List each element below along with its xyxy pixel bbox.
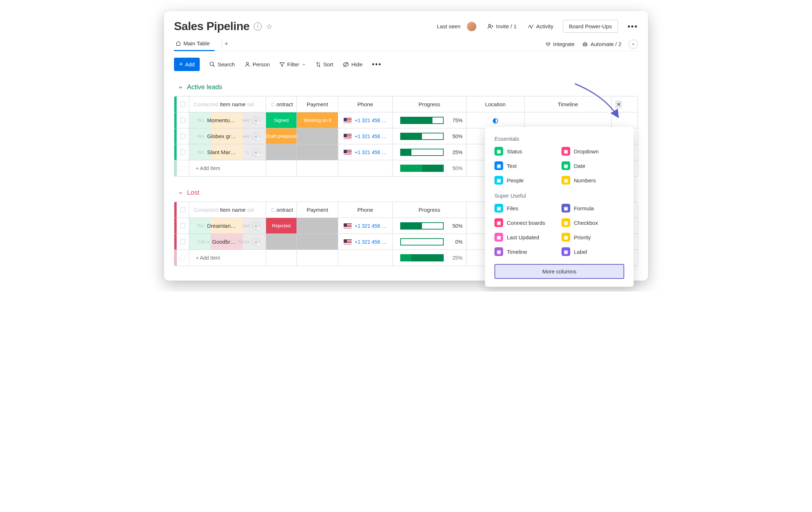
phone-number: +1 321 456 … [355, 149, 386, 155]
item-name-cell[interactable]: WoGlobex gr…ved+ [189, 128, 266, 144]
payment-cell[interactable]: Working on it [297, 112, 338, 128]
row-checkbox[interactable] [181, 223, 185, 228]
add-item-button[interactable]: + Add [174, 58, 200, 71]
col-payment[interactable]: Payment [297, 202, 338, 218]
payment-cell[interactable] [297, 128, 338, 144]
row-checkbox[interactable] [181, 133, 185, 139]
add-item-inline[interactable]: + Add Item [189, 250, 266, 266]
conversation-icon[interactable]: + [252, 222, 260, 230]
invite-button[interactable]: Invite / 1 [487, 23, 517, 30]
col-location[interactable]: Location [466, 96, 524, 112]
item-name-cell[interactable]: WoDreamlan…ved+ [189, 218, 266, 234]
col-progress[interactable]: Progress [392, 96, 466, 112]
phone-cell[interactable]: +1 321 456 … [338, 128, 392, 144]
board-menu-icon[interactable]: ••• [627, 22, 638, 31]
column-type-formula[interactable]: ▣Formula [562, 204, 624, 212]
search-button[interactable]: Search [209, 61, 235, 67]
column-type-connect-boards[interactable]: ▣Connect boards [494, 218, 557, 227]
more-columns-button[interactable]: More columns [494, 264, 624, 279]
column-type-last-updated[interactable]: ▣Last Updated [494, 233, 557, 241]
group-title[interactable]: Active leads [187, 83, 222, 91]
group-title[interactable]: Lost [187, 189, 199, 197]
info-icon[interactable]: i [254, 22, 262, 30]
hide-button[interactable]: Hide [343, 61, 362, 68]
col-item-name[interactable]: ContactedItem namesal [189, 202, 266, 218]
status-badge: Rejected [266, 218, 297, 234]
conversation-icon[interactable]: + [252, 238, 260, 246]
filter-button[interactable]: Filter [279, 61, 306, 67]
column-type-status[interactable]: ▣Status [494, 147, 557, 156]
activity-button[interactable]: Activity [527, 23, 554, 30]
chevron-down-icon[interactable] [178, 190, 183, 196]
column-type-label: Label [574, 249, 587, 255]
column-type-label: Connect boards [507, 220, 545, 226]
item-name-cell[interactable]: WoMomentu…ved+ [189, 112, 266, 128]
progress-cell[interactable]: 50% [392, 128, 466, 144]
tab-main-table[interactable]: Main Table [174, 37, 215, 51]
phone-cell[interactable]: +1 321 456 … [338, 218, 392, 234]
column-type-checkbox[interactable]: ▣Checkbox [562, 218, 624, 227]
status-badge: Working on it [297, 112, 338, 128]
add-item-inline[interactable]: + Add Item [189, 160, 266, 176]
column-type-dropdown[interactable]: ▣Dropdown [562, 147, 624, 156]
phone-cell[interactable]: +1 321 456 … [338, 144, 392, 160]
collapse-header-button[interactable] [629, 40, 638, 49]
payment-cell[interactable] [297, 234, 338, 249]
item-name-cell[interactable]: WoSlant Mar…c.+ [189, 144, 266, 160]
add-view-button[interactable]: + [224, 40, 228, 48]
select-all-checkbox[interactable] [181, 207, 185, 212]
column-type-date[interactable]: ▣Date [562, 161, 624, 170]
row-checkbox[interactable] [181, 255, 185, 261]
row-checkbox[interactable] [181, 149, 185, 155]
col-contract[interactable]: Contract [266, 96, 297, 112]
phone-cell[interactable]: +1 321 456 … [338, 234, 392, 249]
col-item-name[interactable]: ContactedItem namesal [189, 96, 266, 112]
select-all-checkbox[interactable] [181, 102, 185, 107]
payment-cell[interactable] [297, 218, 338, 234]
contract-cell[interactable]: Rejected [266, 218, 297, 234]
sort-button[interactable]: Sort [315, 61, 334, 67]
progress-cell[interactable]: 50% [392, 218, 466, 234]
contract-cell[interactable]: Signed [266, 112, 297, 128]
row-checkbox[interactable] [181, 239, 185, 244]
conversation-icon[interactable]: + [252, 132, 260, 140]
location-cell[interactable]: ◐ [466, 112, 524, 128]
contract-cell[interactable] [266, 234, 297, 249]
conversation-icon[interactable]: + [252, 116, 260, 124]
item-name-cell[interactable]: Call aGoodbrot…Stuck+ [189, 234, 266, 249]
conversation-icon[interactable]: + [252, 148, 260, 156]
column-type-label[interactable]: ▣Label [562, 247, 624, 256]
col-progress[interactable]: Progress [392, 202, 466, 218]
favorite-icon[interactable]: ☆ [266, 22, 273, 31]
col-contract[interactable]: Contract [266, 202, 297, 218]
phone-cell[interactable]: +1 321 456 … [338, 112, 392, 128]
column-type-priority[interactable]: ▣Priority [562, 233, 624, 241]
powerups-button[interactable]: Board Power-Ups [563, 20, 618, 33]
plus-icon: + [179, 61, 183, 68]
progress-cell[interactable]: 75% [392, 112, 466, 128]
table-row[interactable]: WoMomentu…ved+ Signed Working on it +1 3… [174, 112, 638, 128]
toolbar-more-icon[interactable]: ••• [372, 60, 382, 69]
column-type-icon: ▣ [494, 147, 503, 156]
column-type-timeline[interactable]: ▣Timeline [494, 247, 557, 256]
chevron-down-icon[interactable] [178, 84, 183, 90]
automate-button[interactable]: Automate / 2 [582, 41, 621, 48]
column-type-people[interactable]: ▣People [494, 176, 557, 185]
progress-cell[interactable]: 25% [392, 144, 466, 160]
column-type-text[interactable]: ▣Text [494, 161, 557, 170]
col-phone[interactable]: Phone [338, 96, 392, 112]
avatar[interactable] [467, 22, 476, 31]
col-phone[interactable]: Phone [338, 202, 392, 218]
payment-cell[interactable] [297, 144, 338, 160]
contract-cell[interactable]: Draft prepared [266, 128, 297, 144]
column-type-files[interactable]: ▣Files [494, 204, 557, 212]
col-payment[interactable]: Payment [297, 96, 338, 112]
svg-point-5 [246, 62, 248, 65]
contract-cell[interactable] [266, 144, 297, 160]
person-filter-button[interactable]: Person [244, 61, 270, 67]
progress-cell[interactable]: 0% [392, 234, 466, 249]
column-type-numbers[interactable]: ▣Numbers [562, 176, 624, 185]
row-checkbox[interactable] [181, 117, 185, 123]
integrate-button[interactable]: Integrate [545, 41, 575, 47]
row-checkbox[interactable] [181, 166, 185, 171]
